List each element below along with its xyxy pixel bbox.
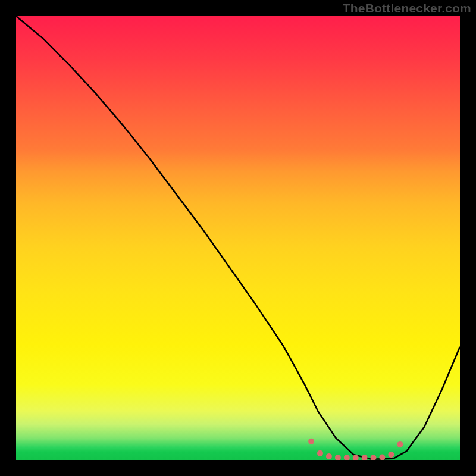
- bottleneck-curve: [16, 16, 460, 459]
- scatter-point: [371, 455, 377, 460]
- scatter-point: [397, 441, 403, 447]
- scatter-points: [308, 439, 403, 460]
- chart-frame: TheBottlenecker.com: [0, 0, 476, 476]
- scatter-point: [344, 455, 350, 460]
- scatter-point: [362, 455, 368, 460]
- scatter-point: [317, 450, 323, 456]
- scatter-point: [335, 455, 341, 460]
- watermark-text: TheBottlenecker.com: [343, 1, 471, 15]
- chart-overlay: [16, 16, 460, 460]
- scatter-point: [308, 439, 314, 444]
- scatter-point: [379, 455, 385, 461]
- scatter-point: [388, 452, 394, 458]
- plot-area: [16, 16, 460, 460]
- scatter-point: [326, 453, 332, 459]
